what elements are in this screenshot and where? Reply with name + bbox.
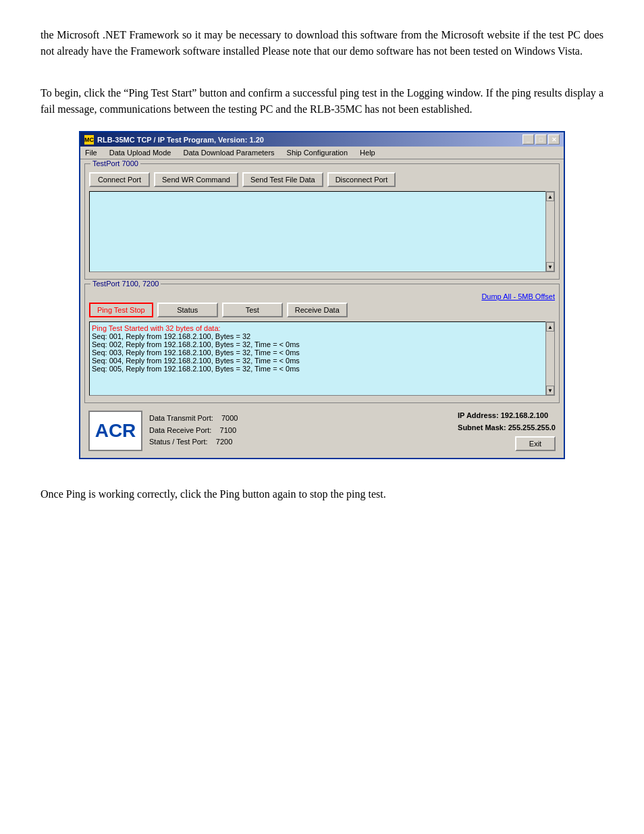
log-line-4: Seq: 004, Reply from 192.168.2.100, Byte… xyxy=(92,357,552,365)
status-port-value: 7200 xyxy=(216,438,232,446)
minimize-button[interactable]: _ xyxy=(522,134,534,145)
group-testport-7000: TestPort 7000 Connect Port Send WR Comma… xyxy=(84,163,560,280)
status-port-row: Status / Test Port: 7200 xyxy=(149,436,451,448)
window-title: RLB-35MC TCP / IP Test Program, Version:… xyxy=(97,136,264,144)
group1-label: TestPort 7000 xyxy=(90,159,140,167)
menu-ship-config[interactable]: Ship Configuration xyxy=(285,148,350,157)
exit-button[interactable]: Exit xyxy=(515,436,556,451)
close-button[interactable]: ✕ xyxy=(548,134,560,145)
send-test-file-button[interactable]: Send Test File Data xyxy=(242,172,323,187)
scroll-up-icon[interactable]: ▲ xyxy=(546,192,554,201)
win-bottom-bar: ACR Data Transmit Port: 7000 Data Receiv… xyxy=(84,407,560,454)
subnet-row: Subnet Mask: 255.255.255.0 xyxy=(458,422,556,434)
log-line-2: Seq: 002, Reply from 192.168.2.100, Byte… xyxy=(92,340,552,348)
group1-log-area xyxy=(89,191,555,272)
group-testport-7100-7200: TestPort 7100, 7200 Dump All - 5MB Offse… xyxy=(84,284,560,403)
log-line-1: Seq: 001, Reply from 192.168.2.100, Byte… xyxy=(92,332,552,340)
port-info: Data Transmit Port: 7000 Data Receive Po… xyxy=(149,413,451,448)
menu-data-upload[interactable]: Data Upload Mode xyxy=(107,148,173,157)
disconnect-port-button[interactable]: Disconnect Port xyxy=(327,172,396,187)
paragraph-1: the Microsoft .NET Framework so it may b… xyxy=(41,27,603,59)
application-window: MC RLB-35MC TCP / IP Test Program, Versi… xyxy=(79,131,565,459)
group2-label: TestPort 7100, 7200 xyxy=(90,280,161,288)
group2-log-area: Ping Test Started with 32 bytes of data:… xyxy=(89,321,555,396)
dump-all-link[interactable]: Dump All - 5MB Offset xyxy=(89,292,555,301)
log-line-0: Ping Test Started with 32 bytes of data: xyxy=(92,324,552,332)
scroll-down-icon-2[interactable]: ▼ xyxy=(546,386,554,395)
win-body: TestPort 7000 Connect Port Send WR Comma… xyxy=(80,159,564,458)
menu-data-download[interactable]: Data Download Parameters xyxy=(181,148,276,157)
status-port-label: Status / Test Port: xyxy=(149,438,208,446)
paragraph-2: To begin, click the “Ping Test Start” bu… xyxy=(41,85,603,118)
log-line-3: Seq: 003, Reply from 192.168.2.100, Byte… xyxy=(92,348,552,357)
ip-label: IP Address: xyxy=(458,411,499,419)
transmit-port-value: 7000 xyxy=(221,414,238,422)
titlebar: MC RLB-35MC TCP / IP Test Program, Versi… xyxy=(80,132,564,147)
receive-port-row: Data Receive Port: 7100 xyxy=(149,425,451,437)
transmit-port-label: Data Transmit Port: xyxy=(149,414,213,422)
receive-port-value: 7100 xyxy=(220,426,236,434)
scroll-down-icon[interactable]: ▼ xyxy=(546,262,554,271)
receive-port-label: Data Receive Port: xyxy=(149,426,211,434)
app-icon: MC xyxy=(84,135,94,145)
group2-button-row: Ping Test Stop Status Test Receive Data xyxy=(89,303,555,317)
group1-scrollbar[interactable]: ▲ ▼ xyxy=(545,191,555,272)
paragraph-3: Once Ping is working correctly, click th… xyxy=(41,486,603,502)
ping-test-stop-button[interactable]: Ping Test Stop xyxy=(89,303,153,317)
window-controls: _ □ ✕ xyxy=(522,134,560,145)
menu-help[interactable]: Help xyxy=(358,148,377,157)
menu-file[interactable]: File xyxy=(83,148,99,157)
test-button[interactable]: Test xyxy=(222,303,283,317)
group1-log-wrapper: ▲ ▼ xyxy=(89,191,555,272)
send-wr-command-button[interactable]: Send WR Command xyxy=(154,172,238,187)
titlebar-left: MC RLB-35MC TCP / IP Test Program, Versi… xyxy=(84,135,264,145)
group2-log-wrapper: Ping Test Started with 32 bytes of data:… xyxy=(89,321,555,396)
ip-value: 192.168.2.100 xyxy=(501,411,548,419)
maximize-button[interactable]: □ xyxy=(535,134,547,145)
subnet-value: 255.255.255.0 xyxy=(508,423,556,432)
menubar: File Data Upload Mode Data Download Para… xyxy=(80,147,564,159)
ip-address-row: IP Address: 192.168.2.100 xyxy=(458,410,556,422)
log-line-5: Seq: 005, Reply from 192.168.2.100, Byte… xyxy=(92,365,552,373)
exit-btn-wrap: Exit xyxy=(458,436,556,451)
group2-scrollbar[interactable]: ▲ ▼ xyxy=(545,321,555,396)
acr-logo: ACR xyxy=(88,411,142,451)
subnet-label: Subnet Mask: xyxy=(458,423,506,432)
receive-data-button[interactable]: Receive Data xyxy=(287,303,348,317)
connect-port-button[interactable]: Connect Port xyxy=(89,172,150,187)
status-button[interactable]: Status xyxy=(157,303,218,317)
scroll-up-icon-2[interactable]: ▲ xyxy=(546,322,554,332)
group1-button-row: Connect Port Send WR Command Send Test F… xyxy=(89,172,555,187)
transmit-port-row: Data Transmit Port: 7000 xyxy=(149,413,451,425)
network-info: IP Address: 192.168.2.100 Subnet Mask: 2… xyxy=(458,410,556,451)
